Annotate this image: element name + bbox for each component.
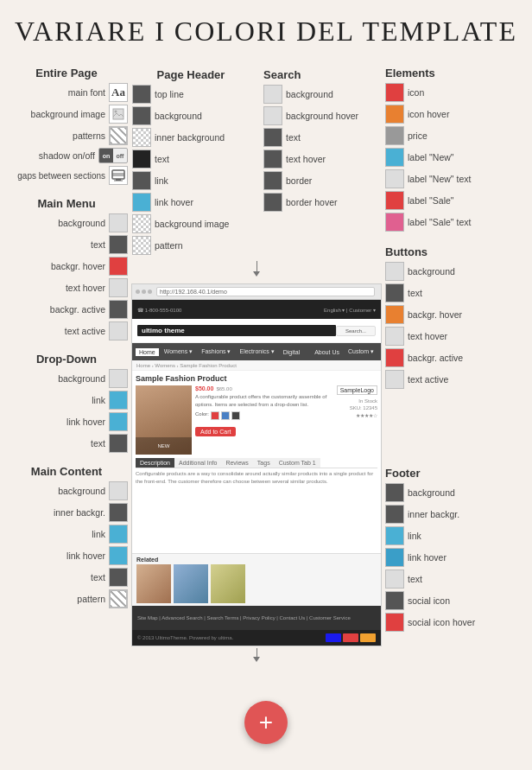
mc-pattern-swatch[interactable] [109,589,128,608]
ft-socialicon-swatch[interactable] [385,591,404,610]
mc-innerbg-swatch[interactable] [109,503,128,522]
color-red[interactable] [211,411,219,420]
s-bg-row: background [263,85,381,104]
paypal-icon [360,633,376,642]
mm-bg-swatch[interactable] [109,213,128,232]
s-border-swatch[interactable] [263,171,282,190]
nav-fashions[interactable]: Fashions ▾ [198,347,234,356]
mc-link-swatch[interactable] [109,525,128,544]
footer-bottom: © 2013 UltimoTheme. Powered by ultima. [132,630,381,646]
tab-content: Configurable products are a way to conso… [136,470,377,486]
btn-bg-swatch[interactable] [385,262,404,281]
dd-bg-swatch[interactable] [109,369,128,388]
el-iconhover-swatch[interactable] [385,105,404,124]
mm-bg-label: background [58,218,105,228]
s-bg-swatch[interactable] [263,85,282,104]
mc-text-swatch[interactable] [109,568,128,587]
gaps-swatch[interactable] [109,166,128,185]
el-labelnewtext-swatch[interactable] [385,169,404,188]
tab-reviews[interactable]: Reviews [221,458,252,468]
nav-womens[interactable]: Womens ▾ [161,347,196,356]
ph-pattern-swatch[interactable] [132,236,151,255]
ph-topline-label: top line [155,89,250,99]
ft-socialiconhover-swatch[interactable] [385,613,404,632]
nav-about[interactable]: About Us [311,348,343,356]
el-labelsale-swatch[interactable] [385,191,404,210]
page-header-section: Page Header top line background inner ba… [132,56,250,258]
shadow-row: shadow on/off on off [5,148,128,163]
s-bghover-swatch[interactable] [263,106,282,125]
monitor-icon [111,169,125,181]
nav-home[interactable]: Home [136,348,159,356]
btn-text-swatch[interactable] [385,283,404,302]
dd-link-swatch[interactable] [109,391,128,410]
mm-text-swatch[interactable] [109,235,128,254]
nav-electronics[interactable]: Electronics ▾ [236,347,277,356]
bottom-arrow-line [256,648,257,657]
color-dark[interactable] [231,411,240,420]
product-area: Sample Fashion Product NEW $50.00 $65.00 [132,371,381,553]
mm-active-swatch[interactable] [109,300,128,319]
s-texthover-row: text hover [263,150,381,169]
mc-bg-label: background [58,486,105,496]
btn-bghover-swatch[interactable] [385,305,404,324]
ph-bg-swatch[interactable] [132,106,151,125]
el-labelsaletext-swatch[interactable] [385,213,404,232]
shadow-toggle[interactable]: on off [98,148,128,163]
mm-texthover-swatch[interactable] [109,278,128,297]
tab-custom[interactable]: Custom Tab 1 [275,458,320,468]
pattern-icon [110,127,127,144]
center-column: Page Header top line background inner ba… [128,54,385,665]
ph-topline-swatch[interactable] [132,85,151,104]
dd-linkhover-row: link hover [5,412,128,431]
mm-hover-swatch[interactable] [109,257,128,276]
ft-innerbg-swatch[interactable] [385,505,404,524]
btn-texthover-swatch[interactable] [385,327,404,346]
btn-textactive-swatch[interactable] [385,370,404,389]
ft-link-swatch[interactable] [385,526,404,545]
ft-text-row: text [385,570,529,589]
tab-additional[interactable]: Additional Info [174,458,221,468]
ph-link-swatch[interactable] [132,171,151,190]
browser-bar: http://192.168.40.1/demo [132,284,381,300]
s-texthover-swatch[interactable] [263,150,282,169]
main-font-swatch[interactable]: Aa [109,83,128,102]
tab-tags[interactable]: Tags [253,458,275,468]
ph-innerbg-swatch[interactable] [132,128,151,147]
nav-custom[interactable]: Custom ▾ [345,347,377,356]
mm-textactive-swatch[interactable] [109,321,128,340]
el-labelnew-swatch[interactable] [385,148,404,167]
svg-rect-0 [113,109,124,119]
s-borderhover-swatch[interactable] [263,193,282,212]
dd-linkhover-swatch[interactable] [109,412,128,431]
dd-text-swatch[interactable] [109,434,128,453]
ft-innerbg-label: inner backgr. [408,509,485,519]
ph-bgimage-swatch[interactable] [132,214,151,233]
el-icon-swatch[interactable] [385,83,404,102]
el-price-swatch[interactable] [385,126,404,145]
tab-description[interactable]: Description [136,458,174,468]
ph-linkhover-swatch[interactable] [132,193,151,212]
btn-bgactive-swatch[interactable] [385,348,404,367]
main-content-title: Main Content [5,465,128,478]
arrow-line [256,261,257,271]
gaps-label: gaps between sections [17,171,105,181]
ft-linkhover-swatch[interactable] [385,548,404,567]
ph-text-row: text [132,150,250,169]
ft-bg-swatch[interactable] [385,483,404,502]
s-text-swatch[interactable] [263,128,282,147]
ft-text-swatch[interactable] [385,570,404,589]
add-to-cart-button[interactable]: Add to Cart [195,427,236,436]
fab-button[interactable]: + [244,701,288,744]
ph-text-swatch[interactable] [132,150,151,169]
btn-bg-label: background [408,266,485,277]
bg-image-swatch[interactable] [109,105,128,124]
ph-topline-row: top line [132,85,250,104]
patterns-swatch[interactable] [109,126,128,145]
gaps-row: gaps between sections [5,166,128,185]
ft-socialicon-row: social icon [385,591,529,610]
mc-linkhover-swatch[interactable] [109,546,128,565]
nav-digital[interactable]: Digital [280,348,303,356]
mc-bg-swatch[interactable] [109,481,128,500]
color-blue[interactable] [221,411,230,420]
